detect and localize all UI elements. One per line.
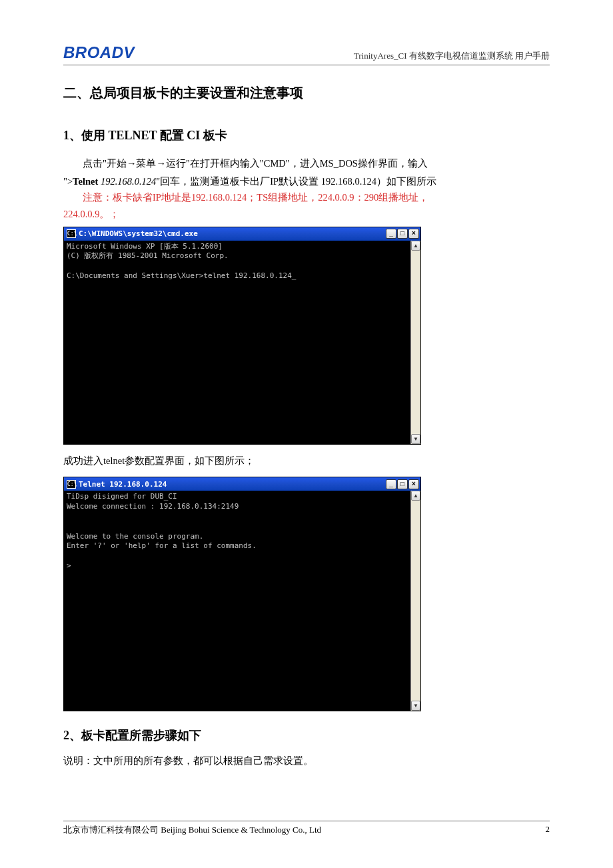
scroll-up-icon[interactable]: ▲ <box>411 491 420 501</box>
page-header: BROADV TrinityAres_CI 有线数字电视信道监测系统 用户手册 <box>63 43 550 65</box>
cmd2-body[interactable]: TiDsp disigned for DUB_CI Welcome connec… <box>64 491 410 711</box>
heading-config-steps: 2、板卡配置所需步骤如下 <box>63 727 550 743</box>
telnet-bold: Telnet <box>73 176 98 187</box>
cmd1-titlebar[interactable]: C:\ C:\WINDOWS\system32\cmd.exe _ □ × <box>64 227 420 241</box>
paragraph-intro: 点击"开始→菜单→运行"在打开框内输入"CMD"，进入MS_DOS操作界面，输入 <box>63 155 550 172</box>
maximize-button[interactable]: □ <box>397 229 408 239</box>
ip-italic: 192.168.0.124 <box>98 176 156 187</box>
cmd2-titlebar[interactable]: C:\ Telnet 192.168.0.124 _ □ × <box>64 477 420 491</box>
scroll-track[interactable] <box>411 251 420 434</box>
cmd2-scrollbar[interactable]: ▲ ▼ <box>410 491 420 711</box>
minimize-button[interactable]: _ <box>386 229 396 239</box>
scroll-down-icon[interactable]: ▼ <box>411 434 420 444</box>
page-number: 2 <box>546 824 550 836</box>
para1-rest: "回车，监测通道板卡出厂IP默认设置 192.168.0.124）如下图所示 <box>156 176 436 187</box>
heading-telnet-config: 1、使用 TELNET 配置 CI 板卡 <box>63 127 550 143</box>
close-button[interactable]: × <box>408 479 419 489</box>
paragraph-desc: 说明：文中所用的所有参数，都可以根据自己需求设置。 <box>63 753 550 769</box>
heading-section: 二、总局项目板卡的主要设置和注意事项 <box>63 84 550 102</box>
maximize-button[interactable]: □ <box>397 479 408 489</box>
paragraph-cmd: ">Telnet 192.168.0.124"回车，监测通道板卡出厂IP默认设置… <box>63 173 550 190</box>
paragraph-success: 成功进入telnet参数配置界面，如下图所示； <box>63 453 550 469</box>
cmd1-title: C:\WINDOWS\system32\cmd.exe <box>79 229 198 238</box>
scroll-down-icon[interactable]: ▼ <box>411 701 420 711</box>
doc-title: TrinityAres_CI 有线数字电视信道监测系统 用户手册 <box>354 50 550 62</box>
cmd-window-1: C:\ C:\WINDOWS\system32\cmd.exe _ □ × Mi… <box>63 227 421 445</box>
page-footer: 北京市博汇科技有限公司 Beijing Bohui Science & Tech… <box>63 821 550 836</box>
warning-line2: 224.0.0.9。； <box>63 206 550 223</box>
cmd-icon: C:\ <box>67 229 76 238</box>
scroll-up-icon[interactable]: ▲ <box>411 241 420 251</box>
warning-line1: 注意：板卡缺省IP地址是192.168.0.124；TS组播地址，224.0.0… <box>63 189 550 206</box>
logo: BROADV <box>63 43 135 62</box>
scroll-track[interactable] <box>411 501 420 701</box>
quote-open: "> <box>63 176 73 187</box>
cmd-window-2: C:\ Telnet 192.168.0.124 _ □ × TiDsp dis… <box>63 477 421 711</box>
cmd1-scrollbar[interactable]: ▲ ▼ <box>410 241 420 444</box>
minimize-button[interactable]: _ <box>386 479 396 489</box>
cmd2-title: Telnet 192.168.0.124 <box>79 480 167 489</box>
close-button[interactable]: × <box>408 229 419 239</box>
cmd1-body[interactable]: Microsoft Windows XP [版本 5.1.2600] (C) 版… <box>64 241 410 444</box>
cmd-icon: C:\ <box>67 480 76 489</box>
footer-company: 北京市博汇科技有限公司 Beijing Bohui Science & Tech… <box>63 824 321 836</box>
